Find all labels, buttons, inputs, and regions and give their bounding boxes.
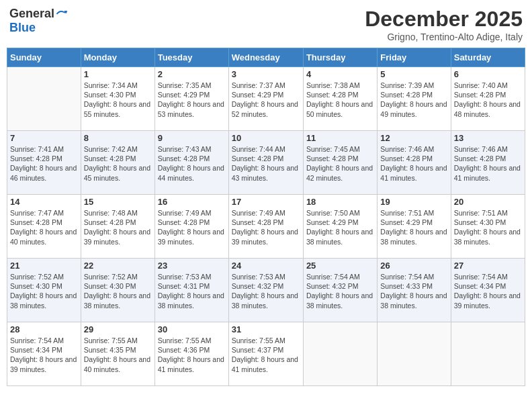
day-number: 17 — [232, 197, 300, 207]
day-number: 16 — [158, 197, 226, 207]
day-number: 27 — [454, 261, 522, 271]
calendar-cell: 17Sunrise: 7:49 AMSunset: 4:28 PMDayligh… — [228, 195, 303, 259]
day-info: Sunrise: 7:51 AMSunset: 4:29 PMDaylight:… — [380, 208, 447, 246]
calendar-cell: 26Sunrise: 7:54 AMSunset: 4:33 PMDayligh… — [378, 259, 451, 322]
day-number: 9 — [158, 133, 226, 143]
calendar-cell: 8Sunrise: 7:42 AMSunset: 4:28 PMDaylight… — [81, 131, 154, 195]
day-info: Sunrise: 7:39 AMSunset: 4:28 PMDaylight:… — [380, 81, 447, 119]
day-info: Sunrise: 7:48 AMSunset: 4:28 PMDaylight:… — [84, 208, 152, 246]
logo: General Blue — [9, 7, 68, 35]
title-block: December 2025 Grigno, Trentino-Alto Adig… — [365, 7, 523, 42]
day-number: 26 — [380, 261, 447, 271]
day-info: Sunrise: 7:46 AMSunset: 4:28 PMDaylight:… — [380, 144, 447, 183]
calendar-cell: 6Sunrise: 7:40 AMSunset: 4:28 PMDaylight… — [451, 67, 525, 131]
day-info: Sunrise: 7:52 AMSunset: 4:30 PMDaylight:… — [10, 272, 78, 310]
day-info: Sunrise: 7:54 AMSunset: 4:33 PMDaylight:… — [380, 272, 447, 310]
day-number: 24 — [232, 261, 300, 271]
day-info: Sunrise: 7:54 AMSunset: 4:32 PMDaylight:… — [306, 272, 374, 310]
day-number: 21 — [10, 261, 78, 271]
day-number: 14 — [10, 197, 78, 207]
calendar-cell: 28Sunrise: 7:54 AMSunset: 4:34 PMDayligh… — [7, 322, 81, 386]
day-number: 22 — [84, 261, 152, 271]
day-number: 18 — [306, 197, 374, 207]
calendar-table: SundayMondayTuesdayWednesdayThursdayFrid… — [7, 48, 525, 386]
day-info: Sunrise: 7:37 AMSunset: 4:29 PMDaylight:… — [232, 81, 300, 119]
day-number: 28 — [10, 324, 78, 334]
day-info: Sunrise: 7:41 AMSunset: 4:28 PMDaylight:… — [10, 144, 78, 183]
day-info: Sunrise: 7:38 AMSunset: 4:28 PMDaylight:… — [306, 81, 374, 119]
day-info: Sunrise: 7:42 AMSunset: 4:28 PMDaylight:… — [84, 144, 152, 183]
calendar-cell: 4Sunrise: 7:38 AMSunset: 4:28 PMDaylight… — [303, 67, 377, 131]
calendar-cell: 22Sunrise: 7:52 AMSunset: 4:30 PMDayligh… — [81, 259, 154, 322]
day-number: 29 — [84, 324, 152, 334]
weekday-header-thursday: Thursday — [303, 48, 377, 67]
weekday-header-sunday: Sunday — [7, 48, 81, 67]
calendar-cell: 19Sunrise: 7:51 AMSunset: 4:29 PMDayligh… — [378, 195, 451, 259]
day-number: 5 — [380, 69, 447, 79]
calendar-cell: 25Sunrise: 7:54 AMSunset: 4:32 PMDayligh… — [303, 259, 377, 322]
day-info: Sunrise: 7:52 AMSunset: 4:30 PMDaylight:… — [84, 272, 152, 310]
calendar-cell: 27Sunrise: 7:54 AMSunset: 4:34 PMDayligh… — [451, 259, 525, 322]
page-header: General Blue December 2025 Grigno, Trent… — [7, 7, 525, 42]
day-info: Sunrise: 7:45 AMSunset: 4:28 PMDaylight:… — [306, 144, 374, 183]
day-number: 30 — [158, 324, 226, 334]
calendar-cell: 21Sunrise: 7:52 AMSunset: 4:30 PMDayligh… — [7, 259, 81, 322]
calendar-cell: 12Sunrise: 7:46 AMSunset: 4:28 PMDayligh… — [378, 131, 451, 195]
calendar-cell — [7, 67, 81, 131]
calendar-cell: 30Sunrise: 7:55 AMSunset: 4:36 PMDayligh… — [154, 322, 228, 386]
calendar-cell: 13Sunrise: 7:46 AMSunset: 4:28 PMDayligh… — [451, 131, 525, 195]
day-info: Sunrise: 7:46 AMSunset: 4:28 PMDaylight:… — [454, 144, 522, 183]
day-number: 23 — [158, 261, 226, 271]
calendar-cell: 9Sunrise: 7:43 AMSunset: 4:28 PMDaylight… — [154, 131, 228, 195]
day-info: Sunrise: 7:55 AMSunset: 4:35 PMDaylight:… — [84, 336, 152, 374]
weekday-header-tuesday: Tuesday — [154, 48, 228, 67]
day-info: Sunrise: 7:54 AMSunset: 4:34 PMDaylight:… — [454, 272, 522, 310]
day-info: Sunrise: 7:40 AMSunset: 4:28 PMDaylight:… — [454, 81, 522, 119]
day-number: 15 — [84, 197, 152, 207]
day-number: 7 — [10, 133, 78, 143]
calendar-cell: 20Sunrise: 7:51 AMSunset: 4:30 PMDayligh… — [451, 195, 525, 259]
calendar-cell: 15Sunrise: 7:48 AMSunset: 4:28 PMDayligh… — [81, 195, 154, 259]
day-info: Sunrise: 7:51 AMSunset: 4:30 PMDaylight:… — [454, 208, 522, 246]
day-info: Sunrise: 7:50 AMSunset: 4:29 PMDaylight:… — [306, 208, 374, 246]
calendar-cell: 24Sunrise: 7:53 AMSunset: 4:32 PMDayligh… — [228, 259, 303, 322]
day-info: Sunrise: 7:43 AMSunset: 4:28 PMDaylight:… — [158, 144, 226, 183]
calendar-cell — [378, 322, 451, 386]
day-number: 11 — [306, 133, 374, 143]
day-number: 31 — [232, 324, 300, 334]
calendar-cell — [303, 322, 377, 386]
day-number: 13 — [454, 133, 522, 143]
day-number: 8 — [84, 133, 152, 143]
calendar-cell: 1Sunrise: 7:34 AMSunset: 4:30 PMDaylight… — [81, 67, 154, 131]
day-info: Sunrise: 7:49 AMSunset: 4:28 PMDaylight:… — [158, 208, 226, 246]
day-info: Sunrise: 7:35 AMSunset: 4:29 PMDaylight:… — [158, 81, 226, 119]
day-info: Sunrise: 7:54 AMSunset: 4:34 PMDaylight:… — [10, 336, 78, 374]
day-info: Sunrise: 7:55 AMSunset: 4:36 PMDaylight:… — [158, 336, 226, 374]
calendar-cell: 11Sunrise: 7:45 AMSunset: 4:28 PMDayligh… — [303, 131, 377, 195]
weekday-header-friday: Friday — [378, 48, 451, 67]
day-number: 6 — [454, 69, 522, 79]
calendar-cell: 16Sunrise: 7:49 AMSunset: 4:28 PMDayligh… — [154, 195, 228, 259]
day-number: 20 — [454, 197, 522, 207]
calendar-cell: 31Sunrise: 7:55 AMSunset: 4:37 PMDayligh… — [228, 322, 303, 386]
day-number: 4 — [306, 69, 374, 79]
calendar-cell: 5Sunrise: 7:39 AMSunset: 4:28 PMDaylight… — [378, 67, 451, 131]
day-info: Sunrise: 7:55 AMSunset: 4:37 PMDaylight:… — [232, 336, 300, 374]
calendar-cell: 14Sunrise: 7:47 AMSunset: 4:28 PMDayligh… — [7, 195, 81, 259]
weekday-header-saturday: Saturday — [451, 48, 525, 67]
day-info: Sunrise: 7:53 AMSunset: 4:32 PMDaylight:… — [232, 272, 300, 310]
day-info: Sunrise: 7:53 AMSunset: 4:31 PMDaylight:… — [158, 272, 226, 310]
day-info: Sunrise: 7:49 AMSunset: 4:28 PMDaylight:… — [232, 208, 300, 246]
month-title: December 2025 — [365, 7, 523, 32]
day-info: Sunrise: 7:34 AMSunset: 4:30 PMDaylight:… — [84, 81, 152, 119]
calendar-cell — [451, 322, 525, 386]
day-number: 1 — [84, 69, 152, 79]
logo-icon — [56, 8, 68, 20]
day-info: Sunrise: 7:47 AMSunset: 4:28 PMDaylight:… — [10, 208, 78, 246]
day-number: 19 — [380, 197, 447, 207]
calendar-cell: 29Sunrise: 7:55 AMSunset: 4:35 PMDayligh… — [81, 322, 154, 386]
logo-blue: Blue — [9, 21, 36, 35]
calendar-cell: 2Sunrise: 7:35 AMSunset: 4:29 PMDaylight… — [154, 67, 228, 131]
day-number: 12 — [380, 133, 447, 143]
calendar-cell: 3Sunrise: 7:37 AMSunset: 4:29 PMDaylight… — [228, 67, 303, 131]
